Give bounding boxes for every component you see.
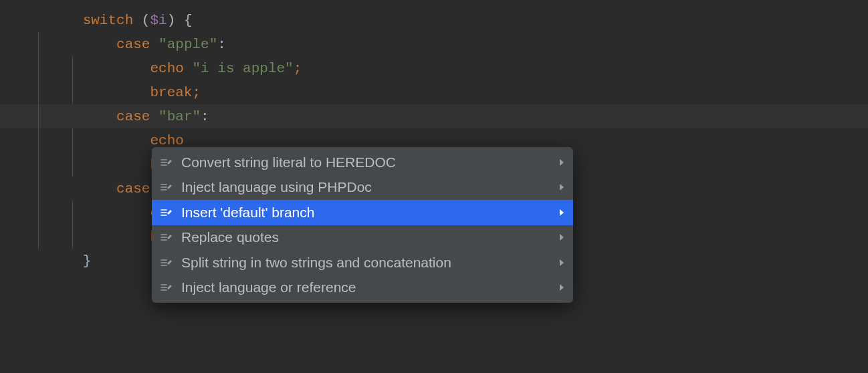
- intention-inject-language[interactable]: Inject language or reference: [152, 275, 573, 301]
- string-i-is-apple: "i is apple": [192, 61, 293, 76]
- intention-split-string[interactable]: Split string in two strings and concaten…: [152, 250, 573, 275]
- intention-icon: [158, 182, 175, 192]
- chevron-right-icon: [560, 259, 564, 266]
- intention-label: Replace quotes: [181, 229, 560, 245]
- code-editor[interactable]: switch ($i) { case "apple": echo "i is a…: [0, 0, 868, 373]
- intention-label: Inject language using PHPDoc: [181, 179, 560, 195]
- chevron-right-icon: [560, 284, 564, 291]
- intention-icon: [158, 233, 175, 242]
- intention-icon: [158, 258, 175, 267]
- brace-close: }: [83, 253, 92, 269]
- chevron-right-icon: [560, 184, 564, 191]
- intention-icon: [158, 158, 175, 167]
- intention-inject-phpdoc[interactable]: Inject language using PHPDoc: [152, 175, 573, 201]
- intention-icon: [158, 208, 175, 217]
- chevron-right-icon: [560, 159, 564, 166]
- intention-label: Split string in two strings and concaten…: [181, 255, 560, 271]
- intention-actions-popup: Convert string literal to HEREDOC Inject…: [152, 147, 573, 303]
- intention-label: Inject language or reference: [181, 279, 560, 295]
- intention-label: Insert 'default' branch: [181, 205, 560, 221]
- intention-replace-quotes[interactable]: Replace quotes: [152, 225, 573, 251]
- intention-convert-heredoc[interactable]: Convert string literal to HEREDOC: [152, 150, 573, 175]
- semicolon: ;: [294, 61, 302, 76]
- intention-label: Convert string literal to HEREDOC: [181, 154, 560, 170]
- chevron-right-icon: [560, 234, 564, 241]
- intention-insert-default-branch[interactable]: Insert 'default' branch: [152, 200, 573, 225]
- chevron-right-icon: [560, 209, 564, 216]
- colon: :: [201, 109, 209, 124]
- intention-icon: [158, 283, 175, 292]
